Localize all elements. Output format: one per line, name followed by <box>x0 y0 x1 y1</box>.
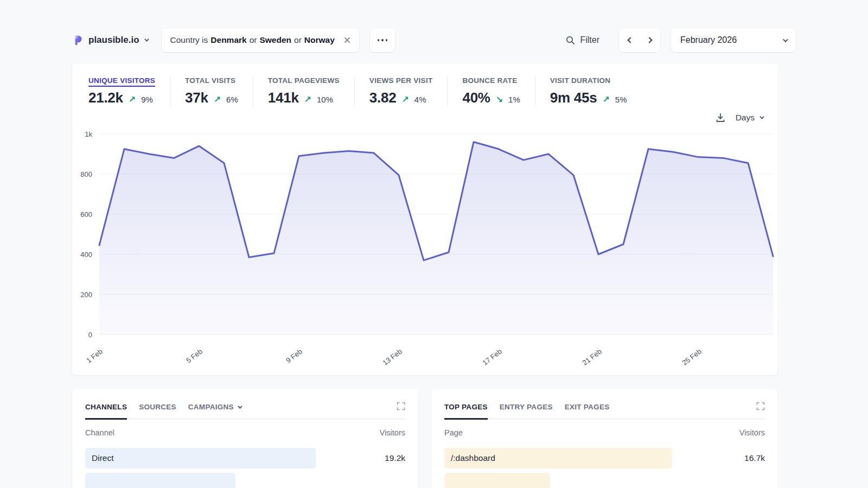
site-picker[interactable]: plausible.io <box>72 35 148 46</box>
country-filter-chip[interactable]: Country is Denmark or Sweden or Norway <box>162 28 359 52</box>
row-label: Direct <box>85 448 405 468</box>
filter-country: Sweden <box>259 35 291 45</box>
main-analytics-card: UNIQUE VISITORS 21.2k ↗ 9% TOTAL VISITS … <box>72 63 778 375</box>
channels-panel: CHANNELS SOURCES CAMPAIGNS Channel Visit… <box>72 389 418 488</box>
trend-up-icon: ↗ <box>401 94 409 105</box>
next-period-button[interactable] <box>640 28 660 52</box>
row-label: /:dashboard <box>444 448 765 468</box>
period-nav <box>619 28 660 52</box>
tab-exit-pages[interactable]: EXIT PAGES <box>565 403 610 420</box>
tab-campaigns[interactable]: CAMPAIGNS <box>188 403 241 420</box>
trend-up-icon: ↗ <box>304 94 311 105</box>
interval-dropdown[interactable]: Days <box>736 113 763 123</box>
row-value: 16.7k <box>744 448 765 468</box>
stat-visit-duration[interactable]: VISIT DURATION 9m 45s ↗ 5% <box>535 76 642 106</box>
channel-row-direct[interactable]: Direct 19.2k <box>85 448 405 468</box>
stat-change: 9% <box>141 95 153 104</box>
svg-text:800: 800 <box>80 170 92 178</box>
row-bar <box>85 473 235 488</box>
fullscreen-icon <box>397 402 405 410</box>
top-stats: UNIQUE VISITORS 21.2k ↗ 9% TOTAL VISITS … <box>72 63 778 106</box>
analytics-dashboard: plausible.io Country is Denmark or Swede… <box>0 0 868 488</box>
trend-up-icon: ↗ <box>602 94 609 105</box>
prev-period-button[interactable] <box>619 28 640 52</box>
svg-text:200: 200 <box>80 291 92 299</box>
site-picker-chevron-down-icon <box>144 37 149 41</box>
stat-value: 9m 45s <box>550 89 597 106</box>
more-options-button[interactable] <box>370 28 395 52</box>
tab-sources[interactable]: SOURCES <box>139 403 176 420</box>
stat-change: 10% <box>317 95 333 104</box>
expand-panel-button[interactable] <box>756 402 765 412</box>
date-picker-chevron-down-icon <box>783 37 788 42</box>
row-bar <box>444 473 550 488</box>
date-range-picker[interactable]: February 2026 <box>671 28 796 52</box>
chevron-right-icon <box>646 37 652 43</box>
search-icon <box>566 36 575 45</box>
stat-value: 141k <box>268 89 299 106</box>
svg-text:17 Feb: 17 Feb <box>481 347 503 367</box>
trend-down-icon: ↘ <box>496 94 503 105</box>
plausible-logo-icon <box>72 35 84 46</box>
stat-bounce-rate[interactable]: BOUNCE RATE 40% ↘ 1% <box>447 76 534 106</box>
site-name: plausible.io <box>88 35 139 46</box>
tab-top-pages[interactable]: TOP PAGES <box>444 403 488 420</box>
svg-text:21 Feb: 21 Feb <box>580 347 603 367</box>
chevron-left-icon <box>627 37 633 43</box>
stat-total-visits[interactable]: TOTAL VISITS 37k ↗ 6% <box>170 76 253 106</box>
expand-panel-button[interactable] <box>397 402 405 412</box>
tab-entry-pages[interactable]: ENTRY PAGES <box>500 403 553 420</box>
filter-button[interactable]: Filter <box>566 35 599 45</box>
pages-panel: TOP PAGES ENTRY PAGES EXIT PAGES Page Vi… <box>431 389 778 488</box>
ellipsis-icon <box>378 39 380 41</box>
svg-text:13 Feb: 13 Feb <box>381 347 403 367</box>
chart-x-labels: 1 Feb5 Feb9 Feb13 Feb17 Feb21 Feb25 Feb <box>85 347 703 367</box>
svg-text:400: 400 <box>80 251 92 259</box>
svg-text:5 Feb: 5 Feb <box>184 347 204 364</box>
stat-value: 3.82 <box>369 89 397 106</box>
chart-y-labels: 02004006008001k <box>80 130 92 339</box>
stat-unique-visitors[interactable]: UNIQUE VISITORS 21.2k ↗ 9% <box>88 76 170 106</box>
stat-change: 1% <box>508 95 520 104</box>
remove-filter-icon[interactable] <box>344 37 350 43</box>
stat-change: 6% <box>226 95 238 104</box>
svg-text:9 Feb: 9 Feb <box>284 347 304 364</box>
trend-up-icon: ↗ <box>129 94 136 105</box>
page-row-partial[interactable] <box>444 473 765 488</box>
interval-chevron-down-icon <box>760 114 764 119</box>
stat-total-pageviews[interactable]: TOTAL PAGEVIEWS 141k ↗ 10% <box>253 76 354 106</box>
svg-text:1k: 1k <box>85 130 92 138</box>
svg-text:1 Feb: 1 Feb <box>85 347 104 364</box>
stat-value: 21.2k <box>88 89 123 106</box>
svg-text:600: 600 <box>80 210 92 219</box>
svg-text:0: 0 <box>88 331 92 339</box>
filter-conjunction: or <box>294 35 302 45</box>
topbar: plausible.io Country is Denmark or Swede… <box>72 28 796 52</box>
fullscreen-icon <box>756 402 765 410</box>
campaigns-chevron-down-icon <box>238 404 242 408</box>
stat-value: 40% <box>462 89 490 106</box>
tab-channels[interactable]: CHANNELS <box>85 403 127 420</box>
column-header-channel: Channel <box>85 428 114 437</box>
stat-change: 5% <box>615 95 627 104</box>
filter-chip-prefix: Country is <box>170 35 208 45</box>
column-header-visitors: Visitors <box>739 428 765 437</box>
svg-text:25 Feb: 25 Feb <box>680 347 703 367</box>
stat-views-per-visit[interactable]: VIEWS PER VISIT 3.82 ↗ 4% <box>354 76 448 106</box>
stat-change: 4% <box>414 95 426 104</box>
stat-value: 37k <box>185 89 208 106</box>
channel-row-partial[interactable] <box>85 473 405 488</box>
row-value: 19.2k <box>385 448 405 468</box>
visitors-chart[interactable]: 02004006008001k 1 Feb5 Feb9 Feb13 Feb17 … <box>72 124 778 375</box>
column-header-visitors: Visitors <box>380 428 405 437</box>
page-row-dashboard[interactable]: /:dashboard 16.7k <box>444 448 765 468</box>
filter-country: Denmark <box>210 35 246 45</box>
filter-conjunction: or <box>250 35 257 45</box>
column-header-page: Page <box>444 428 463 437</box>
trend-up-icon: ↗ <box>214 94 221 105</box>
export-download-icon[interactable] <box>715 112 726 123</box>
filter-country: Norway <box>304 35 335 45</box>
chart-area-fill <box>99 142 773 335</box>
